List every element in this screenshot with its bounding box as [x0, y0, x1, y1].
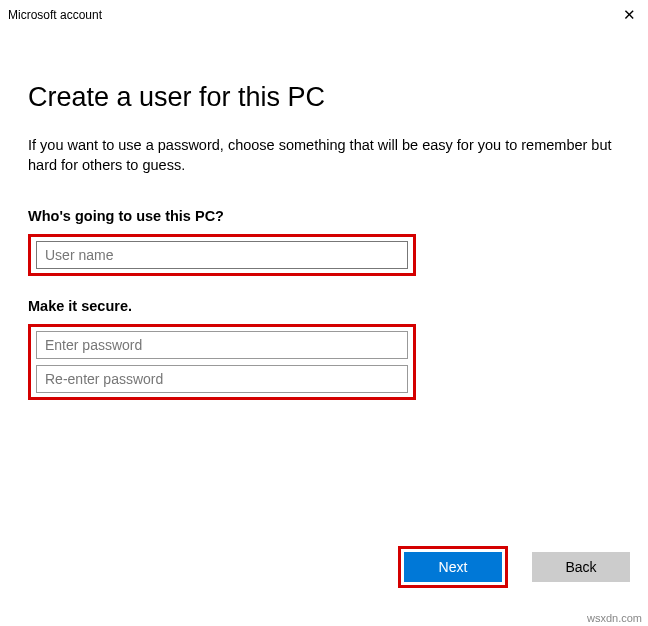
secure-section-label: Make it secure. [28, 298, 620, 314]
content-area: Create a user for this PC If you want to… [0, 82, 648, 400]
next-button[interactable]: Next [404, 552, 502, 582]
next-highlight-box: Next [398, 546, 508, 588]
password-highlight-box [28, 324, 416, 400]
password-input[interactable] [36, 331, 408, 359]
page-description: If you want to use a password, choose so… [28, 135, 620, 176]
back-button[interactable]: Back [532, 552, 630, 582]
user-section-label: Who's going to use this PC? [28, 208, 620, 224]
confirm-password-input[interactable] [36, 365, 408, 393]
titlebar: Microsoft account ✕ [0, 0, 648, 30]
page-heading: Create a user for this PC [28, 82, 620, 113]
footer-buttons: Next Back [398, 546, 630, 588]
window-title: Microsoft account [8, 8, 102, 22]
watermark-text: wsxdn.com [587, 612, 642, 624]
username-input[interactable] [36, 241, 408, 269]
username-highlight-box [28, 234, 416, 276]
close-icon[interactable]: ✕ [623, 6, 636, 24]
